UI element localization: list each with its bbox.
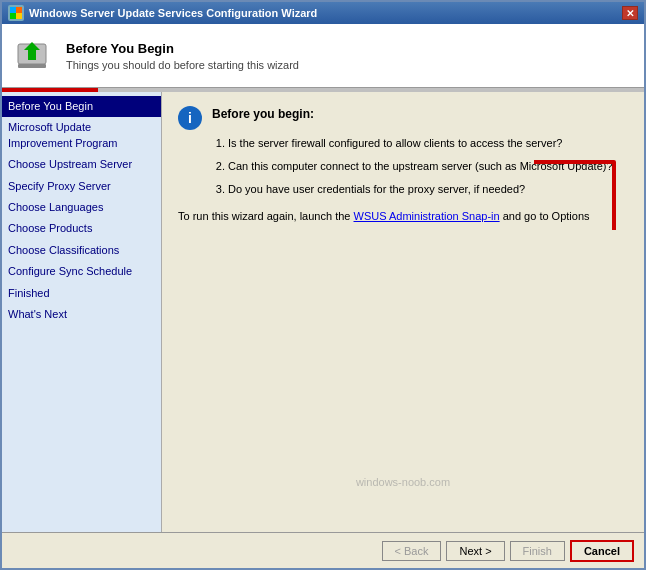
wizard-sidebar: Before You Begin Microsoft Update Improv… <box>2 92 162 532</box>
checklist-list: Is the server firewall configured to all… <box>212 134 613 198</box>
window-title: Windows Server Update Services Configura… <box>29 7 317 19</box>
info-icon: i <box>178 106 202 130</box>
sidebar-item-finished[interactable]: Finished <box>2 283 161 304</box>
checklist-item-3: Do you have user credentials for the pro… <box>228 180 613 199</box>
wizard-footer: < Back Next > Finish Cancel <box>2 532 644 568</box>
svg-rect-2 <box>10 13 16 19</box>
next-button[interactable]: Next > <box>446 541 504 561</box>
watermark: windows-noob.com <box>356 476 450 488</box>
sidebar-item-choose-classifications[interactable]: Choose Classifications <box>2 240 161 261</box>
cancel-button[interactable]: Cancel <box>570 540 634 562</box>
finish-button[interactable]: Finish <box>510 541 565 561</box>
checklist-title: Before you begin: <box>212 104 613 124</box>
header-text: Before You Begin Things you should do be… <box>66 41 299 71</box>
checklist-item-2: Can this computer connect to the upstrea… <box>228 157 613 176</box>
wizard-header: Before You Begin Things you should do be… <box>2 24 644 88</box>
sidebar-item-microsoft-update[interactable]: Microsoft Update Improvement Program <box>2 117 161 154</box>
sidebar-item-before-you-begin[interactable]: Before You Begin <box>2 96 161 117</box>
app-icon <box>8 5 24 21</box>
svg-rect-5 <box>18 64 46 68</box>
title-bar-left: Windows Server Update Services Configura… <box>8 5 317 21</box>
wizard-subtitle: Things you should do before starting thi… <box>66 59 299 71</box>
wsus-admin-link[interactable]: WSUS Administration Snap-in <box>354 210 500 222</box>
bottom-note: To run this wizard again, launch the WSU… <box>178 210 628 222</box>
sidebar-item-choose-languages[interactable]: Choose Languages <box>2 197 161 218</box>
close-button[interactable]: ✕ <box>622 6 638 20</box>
title-bar: Windows Server Update Services Configura… <box>2 2 644 24</box>
wizard-window: Windows Server Update Services Configura… <box>0 0 646 570</box>
wizard-title: Before You Begin <box>66 41 299 56</box>
sidebar-item-specify-proxy[interactable]: Specify Proxy Server <box>2 176 161 197</box>
main-wrapper: i Before you begin: Is the server firewa… <box>162 92 644 532</box>
main-content: i Before you begin: Is the server firewa… <box>162 92 644 230</box>
checklist: Before you begin: Is the server firewall… <box>212 104 613 202</box>
svg-rect-0 <box>10 7 16 13</box>
header-icon <box>14 36 54 76</box>
back-button[interactable]: < Back <box>382 541 442 561</box>
sidebar-item-whats-next[interactable]: What's Next <box>2 304 161 325</box>
svg-rect-3 <box>16 13 22 19</box>
sidebar-item-configure-sync[interactable]: Configure Sync Schedule <box>2 261 161 282</box>
checklist-item-1: Is the server firewall configured to all… <box>228 134 613 153</box>
sidebar-item-choose-products[interactable]: Choose Products <box>2 218 161 239</box>
info-section: i Before you begin: Is the server firewa… <box>178 104 628 202</box>
content-area: Before You Begin Microsoft Update Improv… <box>2 92 644 532</box>
sidebar-item-choose-upstream[interactable]: Choose Upstream Server <box>2 154 161 175</box>
main-scroll: i Before you begin: Is the server firewa… <box>162 92 644 532</box>
svg-rect-1 <box>16 7 22 13</box>
